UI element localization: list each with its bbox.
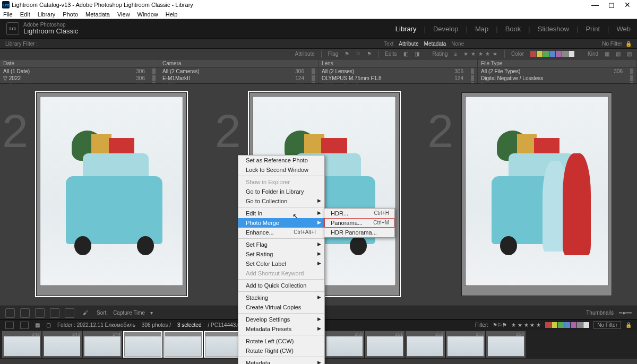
painter-icon[interactable]: 🖌 — [83, 310, 88, 316]
menu-item[interactable]: Metadata Presets▶ — [238, 324, 324, 334]
rating-op[interactable]: ≥ — [454, 51, 457, 57]
menu-item[interactable]: Enhance...Ctrl+Alt+I — [238, 228, 324, 237]
maximize-icon[interactable]: ◻ — [608, 1, 615, 9]
menu-item[interactable]: Photo Merge▶ — [238, 218, 324, 228]
menu-item[interactable]: Set Rating▶ — [238, 249, 324, 259]
thumb-size-slider[interactable]: ━●━━ — [619, 310, 632, 316]
menu-view[interactable]: View — [117, 11, 130, 18]
filter-stars[interactable]: ★ ★ ★ ★ ★ — [511, 322, 541, 328]
filmstrip-thumb[interactable]: 252 — [406, 331, 445, 358]
menu-item[interactable]: Rotate Left (CCW) — [238, 336, 324, 346]
menu-help[interactable]: Help — [166, 11, 178, 18]
menu-item[interactable]: Go to Collection▶ — [238, 196, 324, 206]
filmstrip-thumb[interactable]: 242 — [2, 331, 41, 358]
menu-file[interactable]: File — [3, 11, 13, 18]
menu-item[interactable]: Set Color Label▶ — [238, 259, 324, 268]
menu-item[interactable]: Develop Settings▶ — [238, 315, 324, 324]
flag-picked-icon[interactable]: ⚑ — [345, 51, 349, 57]
filter-tab-attribute[interactable]: Attribute — [399, 41, 418, 47]
module-book[interactable]: Book — [505, 25, 521, 33]
module-web[interactable]: Web — [617, 25, 631, 33]
color-swatch-gray[interactable] — [577, 322, 583, 328]
filmstrip-thumb[interactable]: 244 — [83, 331, 122, 358]
menu-item[interactable]: Set Flag▶ — [238, 240, 324, 249]
filmstrip-thumb[interactable]: 247 — [204, 331, 243, 358]
module-slideshow[interactable]: Slideshow — [538, 25, 569, 33]
sort-dir-icon[interactable]: ▾ — [150, 310, 153, 316]
grid-cell[interactable] — [36, 92, 187, 296]
menu-item[interactable]: Create Virtual Copies — [238, 302, 324, 312]
submenu-item[interactable]: Panorama...Ctrl+M — [324, 218, 394, 228]
filter-row[interactable]: ▽ 2022306 — [0, 75, 159, 82]
menu-item[interactable]: Go to Folder in Library — [238, 187, 324, 196]
kind-video-icon[interactable]: ▨ — [627, 51, 632, 57]
filter-tab-none[interactable]: None — [451, 41, 464, 47]
filter-row[interactable]: All (2 Lenses)306 — [318, 68, 477, 75]
filmstrip-thumb[interactable]: 245 — [123, 331, 162, 358]
color-swatch-green[interactable] — [543, 51, 549, 57]
menu-photo[interactable]: Photo — [63, 11, 78, 18]
color-swatch-green[interactable] — [558, 322, 564, 328]
filter-row[interactable]: All (2 File Types)306 — [478, 68, 636, 75]
edits-no-icon[interactable]: ◨ — [415, 51, 419, 57]
color-swatch-white[interactable] — [569, 51, 574, 57]
color-swatch-yellow[interactable] — [552, 322, 557, 328]
color-swatch-white[interactable] — [583, 322, 589, 328]
filter-row[interactable]: All (1 Date)306 — [0, 68, 159, 75]
filmstrip-thumb[interactable]: 251 — [365, 331, 404, 358]
filmstrip-thumb[interactable]: 243 — [42, 331, 82, 358]
filter-col-head[interactable]: Camera — [159, 59, 318, 68]
filter-row[interactable]: E-M1MarkII124 — [159, 75, 318, 82]
sort-value[interactable]: Capture Time — [113, 310, 145, 316]
close-icon[interactable]: ✕ — [624, 1, 631, 9]
submenu-item[interactable]: HDR Panorama... — [324, 228, 394, 237]
filmstrip-thumb[interactable]: 250 — [325, 331, 364, 358]
menu-window[interactable]: Window — [137, 11, 158, 18]
filter-col-head[interactable]: Lens — [318, 59, 477, 68]
people-view-icon[interactable] — [65, 308, 74, 318]
menu-item[interactable]: Rotate Right (CW) — [238, 346, 324, 356]
minimize-icon[interactable]: — — [591, 1, 599, 9]
module-print[interactable]: Print — [586, 25, 600, 33]
filmstrip-thumb[interactable]: 253 — [446, 331, 485, 358]
grid-cell[interactable] — [461, 92, 612, 296]
survey-view-icon[interactable] — [50, 308, 59, 318]
lock-icon[interactable]: 🔒 — [625, 41, 632, 47]
menu-item[interactable]: Stacking▶ — [238, 293, 324, 302]
color-swatch-purple[interactable] — [556, 51, 562, 57]
filter-row[interactable]: Digital Negative / Lossless — [478, 75, 636, 82]
filter-tab-text[interactable]: Text — [384, 41, 393, 47]
nav-fwd-button[interactable] — [20, 322, 29, 329]
grid-view-icon[interactable] — [5, 308, 15, 318]
filter-row[interactable]: OLYMPUS M.75mm F1.8124 — [318, 75, 477, 82]
menu-metadata[interactable]: Metadata — [85, 11, 110, 18]
kind-virtual-icon[interactable]: ▧ — [616, 51, 621, 57]
menu-item[interactable]: Lock to Second Window — [238, 165, 324, 175]
filmstrip-thumb[interactable]: 254 — [486, 331, 526, 358]
filter-row[interactable]: All (2 Cameras)306 — [159, 68, 318, 75]
menu-edit[interactable]: Edit — [20, 11, 30, 18]
menu-item[interactable]: Metadata▶ — [238, 358, 324, 364]
menu-library[interactable]: Library — [38, 11, 56, 18]
color-swatch-blue[interactable] — [564, 322, 570, 328]
flag-rejected-icon[interactable]: ⚑ — [367, 51, 372, 57]
nav-back-button[interactable] — [5, 322, 14, 329]
filter-col-head[interactable]: Date — [0, 59, 159, 68]
module-develop[interactable]: Develop — [433, 25, 459, 33]
filter-flag-icon[interactable]: ⚑⚐⚑ — [493, 322, 507, 328]
menu-item[interactable]: Set as Reference Photo — [238, 155, 324, 165]
menu-item[interactable]: Add to Quick Collection — [238, 281, 324, 290]
no-filter-label[interactable]: No Filter — [602, 41, 622, 47]
filter-lock-icon[interactable]: 🔒 — [625, 322, 632, 328]
compare-view-icon[interactable] — [35, 308, 45, 318]
module-library[interactable]: Library — [395, 25, 417, 33]
second-window-icon[interactable]: ▢ — [46, 322, 51, 328]
module-map[interactable]: Map — [475, 25, 488, 33]
no-filter-button[interactable]: No Filter — [593, 321, 621, 329]
loupe-view-icon[interactable] — [20, 308, 30, 318]
filter-tab-metadata[interactable]: Metadata — [424, 41, 446, 47]
filmstrip-thumb[interactable]: 246 — [163, 331, 203, 358]
color-swatch-blue[interactable] — [549, 51, 555, 57]
color-swatch-gray[interactable] — [562, 51, 568, 57]
color-swatch-yellow[interactable] — [537, 51, 543, 57]
